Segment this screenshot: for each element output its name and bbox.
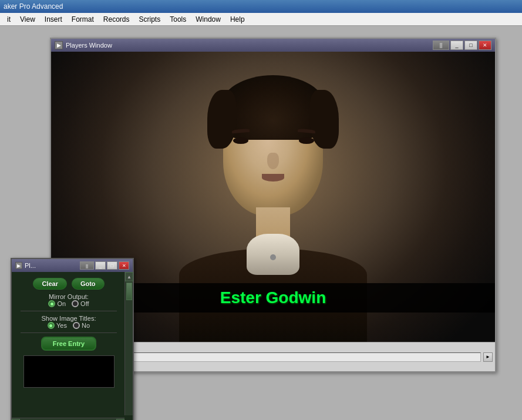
menu-scripts[interactable]: Scripts	[134, 14, 166, 25]
show-image-titles-label: Show Image Titles:	[15, 315, 122, 322]
small-close-button[interactable]: ✕	[119, 261, 129, 270]
small-restore-button[interactable]: □	[107, 261, 117, 270]
mirror-on-label: On	[57, 300, 66, 307]
titles-yes-label: Yes	[56, 322, 67, 329]
mouth	[262, 174, 284, 182]
titles-no-option[interactable]: No	[73, 322, 90, 329]
app-title-bar: aker Pro Advanced	[0, 0, 522, 13]
eye-left	[233, 137, 248, 144]
small-window-icon: ▶	[15, 262, 22, 269]
menu-view[interactable]: View	[15, 14, 40, 25]
hair-left	[207, 90, 237, 149]
window-icon: ▶	[55, 41, 63, 49]
separator-2	[21, 332, 117, 333]
players-window-small: ▶ Pl... || _ □ ✕ Clear Goto Mirror Outpu…	[11, 258, 134, 420]
large-restore-button[interactable]: □	[464, 41, 477, 50]
small-scroll-up[interactable]: ▲	[125, 272, 133, 281]
small-minimize-button[interactable]: _	[95, 261, 106, 270]
large-close-button[interactable]: ✕	[479, 41, 491, 50]
small-vertical-scrollbar[interactable]: ▲	[124, 272, 133, 415]
mirror-output-label: Mirror Output:	[15, 293, 122, 300]
menu-window[interactable]: Window	[191, 14, 225, 25]
titles-yes-option[interactable]: Yes	[48, 322, 67, 329]
large-window-titlebar: ▶ Players Window || _ □ ✕	[51, 39, 495, 52]
mirror-output-options: On Off	[15, 300, 122, 307]
small-window-title: Pl...	[25, 262, 36, 269]
app-title: aker Pro Advanced	[4, 2, 63, 11]
menu-records[interactable]: Records	[99, 14, 134, 25]
face-shape	[197, 75, 349, 298]
titles-no-label: No	[82, 322, 90, 329]
separator-1	[21, 311, 117, 311]
goto-button[interactable]: Goto	[72, 278, 105, 290]
free-entry-button[interactable]: Free Entry	[41, 337, 96, 351]
eye-right	[299, 137, 314, 144]
menu-format[interactable]: Format	[67, 14, 99, 25]
mirror-on-radio[interactable]	[48, 300, 55, 307]
caption-text: Ester Godwin	[220, 288, 326, 307]
mirror-on-option[interactable]: On	[48, 300, 66, 307]
mirror-output-section: Mirror Output: On Off	[15, 293, 122, 307]
small-pause-button[interactable]: ||	[80, 261, 94, 270]
free-entry-input[interactable]	[23, 355, 114, 388]
mirror-off-radio[interactable]	[72, 300, 79, 307]
nose	[267, 153, 279, 169]
titles-no-radio[interactable]	[73, 322, 80, 329]
large-minimize-button[interactable]: _	[450, 41, 463, 50]
mirror-off-option[interactable]: Off	[72, 300, 89, 307]
clear-button[interactable]: Clear	[33, 278, 67, 290]
menu-help[interactable]: Help	[225, 14, 250, 25]
large-pause-button[interactable]: ||	[433, 41, 449, 50]
mirror-off-label: Off	[80, 300, 89, 307]
menu-tools[interactable]: Tools	[165, 14, 191, 25]
small-window-controls: || _ □ ✕	[80, 261, 129, 270]
show-image-titles-section: Show Image Titles: Yes No	[15, 315, 122, 329]
titles-yes-radio[interactable]	[48, 322, 55, 329]
small-scrollbar-thumb[interactable]	[126, 283, 132, 300]
small-horizontal-scrollbar[interactable]: ◄ ►	[12, 418, 124, 420]
action-buttons: Clear Goto	[33, 278, 104, 290]
small-window-titlebar: ▶ Pl... || _ □ ✕	[12, 259, 133, 272]
menu-insert[interactable]: Insert	[40, 14, 67, 25]
menu-bar: it View Insert Format Records Scripts To…	[0, 13, 522, 26]
large-window-controls: || _ □ ✕	[433, 41, 491, 50]
scroll-right-arrow[interactable]: ►	[483, 352, 493, 362]
necklace	[270, 254, 276, 260]
large-window-title: Players Window	[66, 42, 112, 49]
show-image-titles-options: Yes No	[15, 322, 122, 329]
scrollbar-track[interactable]	[92, 352, 481, 362]
small-panel-content: Clear Goto Mirror Output: On Off	[12, 272, 133, 391]
main-area: ▶ Players Window || _ □ ✕	[0, 26, 522, 420]
menu-it[interactable]: it	[2, 14, 15, 25]
